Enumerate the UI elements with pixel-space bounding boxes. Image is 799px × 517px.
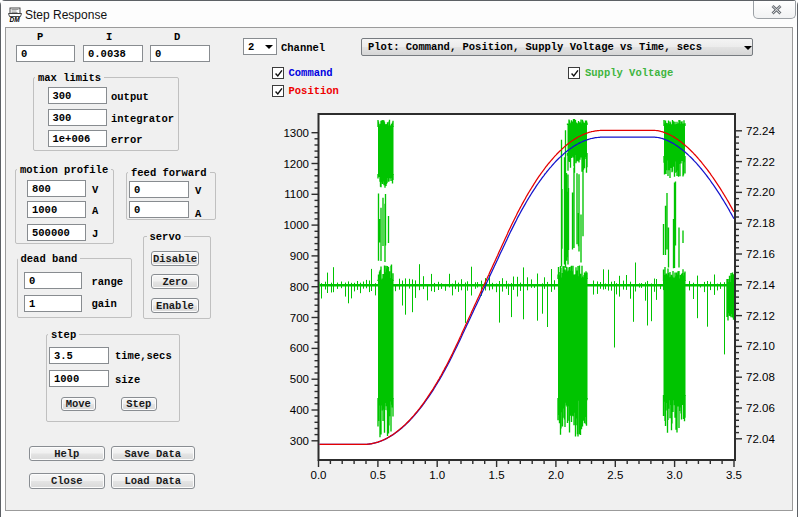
svg-text:72.14: 72.14 (746, 279, 775, 291)
svg-text:72.24: 72.24 (746, 125, 775, 137)
svg-text:1000: 1000 (283, 219, 309, 231)
svg-text:600: 600 (290, 342, 309, 354)
svg-text:900: 900 (290, 250, 309, 262)
svg-text:1.5: 1.5 (489, 469, 505, 481)
svg-text:72.22: 72.22 (746, 156, 775, 168)
svg-text:72.10: 72.10 (746, 340, 775, 352)
svg-text:2.0: 2.0 (548, 469, 564, 481)
svg-text:72.12: 72.12 (746, 310, 775, 322)
svg-text:72.06: 72.06 (746, 402, 775, 414)
svg-text:3.5: 3.5 (726, 469, 742, 481)
svg-text:3.0: 3.0 (667, 469, 683, 481)
svg-text:500: 500 (290, 373, 309, 385)
svg-text:0.0: 0.0 (311, 469, 327, 481)
svg-text:72.08: 72.08 (746, 371, 775, 383)
svg-text:72.20: 72.20 (746, 186, 775, 198)
svg-text:2.5: 2.5 (607, 469, 623, 481)
svg-text:800: 800 (290, 281, 309, 293)
svg-text:72.04: 72.04 (746, 433, 775, 445)
svg-text:700: 700 (290, 312, 309, 324)
svg-text:1100: 1100 (284, 188, 309, 200)
svg-text:72.16: 72.16 (746, 248, 775, 260)
svg-text:1300: 1300 (283, 127, 309, 139)
svg-text:0.5: 0.5 (370, 469, 386, 481)
svg-text:1.0: 1.0 (429, 469, 445, 481)
svg-text:1200: 1200 (283, 158, 309, 170)
svg-text:DM: DM (10, 16, 21, 23)
svg-text:400: 400 (290, 404, 309, 416)
svg-text:72.18: 72.18 (746, 217, 775, 229)
svg-text:300: 300 (290, 435, 309, 447)
